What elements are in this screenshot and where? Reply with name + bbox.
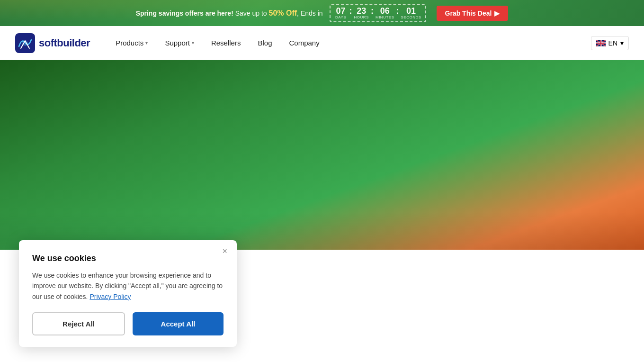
countdown-hours: 23 HOURS — [354, 7, 369, 19]
flag-icon — [596, 40, 606, 46]
nav-resellers[interactable]: Resellers — [205, 35, 248, 51]
count-sep-3: : — [395, 6, 400, 16]
nav-blog[interactable]: Blog — [251, 35, 278, 51]
support-chevron-icon: ▾ — [192, 40, 194, 45]
countdown-days: 07 DAYS — [334, 7, 348, 19]
arrow-icon: ▶ — [494, 9, 500, 17]
logo-icon — [15, 33, 35, 53]
lang-code: EN — [608, 39, 617, 47]
nav-links: Products ▾ Support ▾ Resellers Blog Comp… — [109, 35, 590, 51]
count-sep-2: : — [370, 6, 375, 16]
lang-chevron-icon: ▾ — [620, 39, 624, 47]
logo-link[interactable]: softbuilder — [15, 33, 90, 53]
cookie-dialog: × We use cookies We use cookies to enhan… — [19, 240, 237, 250]
announcement-save: Save up to 50% Off, Ends in — [235, 9, 323, 17]
logo-text: softbuilder — [39, 37, 90, 49]
nav-company[interactable]: Company — [282, 35, 326, 51]
cookie-close-button[interactable]: × — [219, 246, 230, 250]
countdown-minutes: 06 MINUTES — [376, 7, 394, 19]
products-chevron-icon: ▾ — [145, 40, 148, 45]
announcement-highlight: Spring savings offers are here! — [136, 9, 233, 17]
main-navbar: softbuilder Products ▾ Support ▾ Reselle… — [0, 26, 644, 60]
announcement-bar: Spring savings offers are here! Save up … — [0, 0, 644, 26]
hero-area — [0, 60, 644, 250]
countdown-seconds: 01 SECONDS — [401, 7, 421, 19]
language-selector[interactable]: EN ▾ — [591, 36, 629, 50]
nav-right: EN ▾ — [591, 36, 629, 50]
nav-products[interactable]: Products ▾ — [109, 35, 154, 51]
nav-support[interactable]: Support ▾ — [158, 35, 201, 51]
grab-deal-button[interactable]: Grab This Deal ▶ — [437, 6, 509, 21]
announcement-text: Spring savings offers are here! Save up … — [136, 9, 323, 18]
count-sep-1: : — [349, 6, 353, 16]
countdown-timer: 07 DAYS : 23 HOURS : 06 MINUTES : 01 SEC… — [330, 4, 426, 22]
